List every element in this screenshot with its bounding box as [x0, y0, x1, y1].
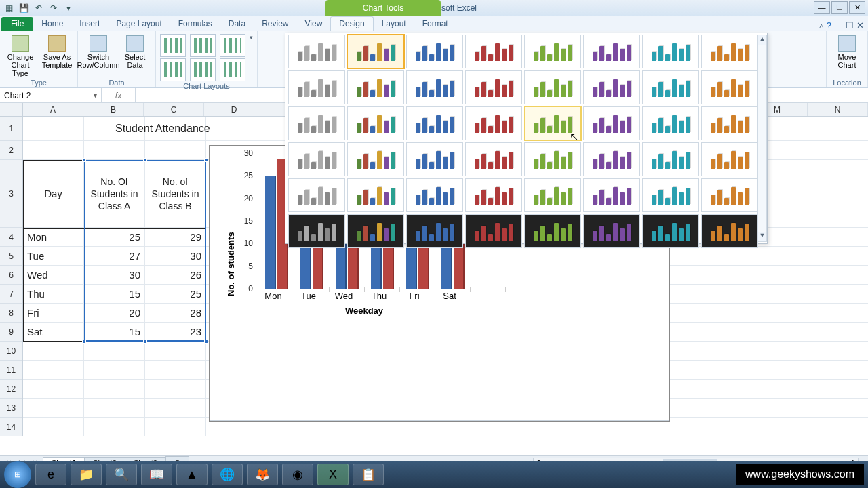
cell[interactable] [816, 117, 868, 141]
chart-layout-5[interactable] [190, 58, 216, 81]
column-header[interactable]: D [204, 103, 264, 116]
chart-style-option[interactable] [347, 214, 404, 248]
cell[interactable] [816, 160, 868, 228]
chart-style-option[interactable] [406, 35, 463, 68]
chart-style-option[interactable] [642, 70, 699, 104]
selection-handle[interactable] [143, 340, 147, 344]
cell[interactable] [145, 342, 206, 361]
cell[interactable] [816, 418, 868, 436]
maximize-button[interactable]: ☐ [831, 1, 848, 14]
cell[interactable] [694, 380, 755, 399]
cell[interactable] [755, 285, 816, 304]
cell[interactable] [816, 342, 868, 361]
chart-style-option[interactable] [347, 178, 404, 212]
change-chart-type-button[interactable]: Change Chart Type [4, 34, 37, 77]
close-button[interactable]: ✕ [849, 1, 865, 14]
chart-style-option[interactable] [701, 70, 758, 104]
chart-style-option[interactable] [465, 142, 522, 176]
cell[interactable] [816, 304, 868, 323]
cell[interactable] [145, 418, 206, 436]
row-header[interactable]: 12 [0, 380, 22, 399]
save-as-template-button[interactable]: Save As Template [41, 34, 73, 69]
taskbar-app-icon[interactable]: 🔍 [106, 464, 137, 485]
cell[interactable] [694, 361, 755, 380]
row-header[interactable]: 14 [0, 418, 22, 436]
row-header[interactable]: 2 [0, 141, 22, 160]
chart-style-option[interactable] [524, 106, 581, 140]
cell[interactable] [816, 399, 868, 418]
chart-style-option[interactable] [406, 214, 463, 248]
chart-style-option[interactable] [288, 35, 345, 68]
taskbar-explorer-icon[interactable]: 📁 [71, 464, 102, 485]
undo-icon[interactable]: ↶ [33, 2, 45, 14]
cell[interactable] [694, 266, 755, 285]
save-icon[interactable]: 💾 [18, 2, 30, 14]
ribbon-minimize-icon[interactable]: ▵ [819, 20, 824, 30]
name-box[interactable]: ▼ [0, 88, 102, 102]
row-header[interactable]: 11 [0, 361, 22, 380]
chart-style-option[interactable] [288, 214, 345, 248]
cell[interactable] [23, 418, 84, 436]
taskbar-firefox-icon[interactable]: 🦊 [247, 464, 278, 485]
column-header[interactable]: N [808, 103, 868, 116]
qat-dropdown-icon[interactable]: ▾ [62, 2, 75, 14]
column-header[interactable]: A [23, 103, 83, 116]
row-header[interactable]: 10 [0, 342, 22, 361]
chart-style-option[interactable] [524, 35, 581, 68]
tab-design[interactable]: Design [330, 16, 373, 31]
cell[interactable] [816, 323, 868, 342]
cell[interactable] [816, 141, 868, 160]
chart-style-option[interactable] [288, 70, 345, 104]
cell[interactable] [84, 418, 145, 436]
cell[interactable] [755, 247, 816, 266]
cell[interactable] [145, 399, 206, 418]
chart-style-option[interactable] [465, 35, 522, 68]
chart-style-option[interactable] [583, 70, 640, 104]
chart-style-option[interactable] [583, 35, 640, 68]
chart-style-option[interactable] [406, 70, 463, 104]
chart-style-option[interactable] [465, 214, 522, 248]
cell[interactable] [755, 361, 816, 380]
cell[interactable] [816, 380, 868, 399]
taskbar-app-icon[interactable]: 📖 [141, 464, 172, 485]
tab-page-layout[interactable]: Page Layout [108, 17, 170, 30]
cell[interactable] [694, 342, 755, 361]
chart-style-option[interactable] [406, 142, 463, 176]
cell[interactable] [694, 399, 755, 418]
chart-style-option[interactable] [288, 142, 345, 176]
chart-style-option[interactable] [701, 178, 758, 212]
taskbar-app-icon[interactable]: 📋 [353, 464, 384, 485]
chart-style-option[interactable] [701, 106, 758, 140]
tab-data[interactable]: Data [220, 17, 254, 30]
cell[interactable] [755, 266, 816, 285]
tab-format[interactable]: Format [414, 17, 456, 30]
chart-style-option[interactable] [288, 106, 345, 140]
redo-icon[interactable]: ↷ [47, 2, 60, 14]
chart-style-option[interactable] [288, 178, 345, 212]
workbook-minimize-icon[interactable]: — [834, 20, 843, 30]
chart-style-option[interactable] [642, 178, 699, 212]
chart-layout-2[interactable] [190, 34, 216, 57]
cell[interactable] [84, 342, 145, 361]
selection-handle[interactable] [204, 158, 208, 162]
row-header[interactable]: 3 [0, 160, 22, 228]
cell[interactable] [755, 304, 816, 323]
cell[interactable] [816, 361, 868, 380]
chart-style-option[interactable] [583, 178, 640, 212]
start-button[interactable]: ⊞ [4, 461, 31, 488]
help-icon[interactable]: ? [827, 20, 831, 30]
row-headers[interactable]: 1234567891011121314 [0, 117, 23, 436]
cell[interactable] [23, 361, 84, 380]
cell[interactable] [694, 304, 755, 323]
selection-handle[interactable] [143, 158, 147, 162]
chart-style-option[interactable] [701, 35, 758, 68]
cell[interactable] [84, 380, 145, 399]
select-all-corner[interactable] [0, 103, 23, 117]
cell[interactable] [84, 141, 145, 160]
chart-style-option[interactable] [347, 106, 404, 140]
cell[interactable] [755, 418, 816, 436]
chart-style-option[interactable] [524, 178, 581, 212]
cell[interactable] [23, 380, 84, 399]
cell[interactable] [755, 380, 816, 399]
cell[interactable] [816, 285, 868, 304]
